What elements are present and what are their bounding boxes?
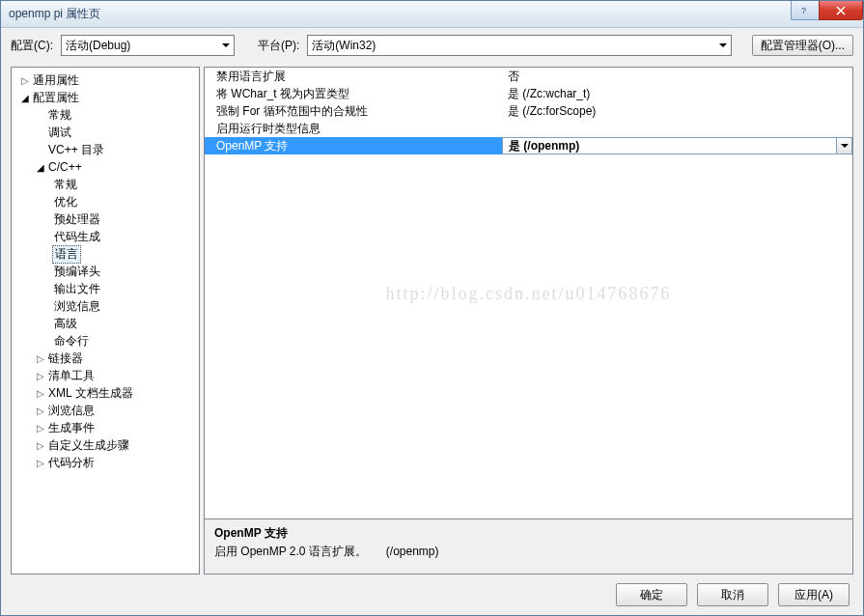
property-value[interactable]: 是 (/Zc:forScope) [502, 103, 852, 120]
tree-item-ccpp-cmdline[interactable]: 命令行 [14, 332, 197, 350]
tree-item-ccpp-browse[interactable]: 浏览信息 [14, 297, 197, 315]
body: ▷通用属性 ◢配置属性 常规 调试 VC++ 目录 ◢C/C++ 常规 优化 预… [1, 63, 863, 574]
tree-item-browseinfo[interactable]: ▷浏览信息 [14, 402, 197, 419]
tree-item-ccpp-outfiles[interactable]: 输出文件 [14, 280, 197, 297]
help-icon: ? [800, 6, 810, 15]
config-manager-button[interactable]: 配置管理器(O)... [752, 35, 853, 56]
property-name: 强制 For 循环范围中的合规性 [205, 103, 502, 120]
svg-text:?: ? [801, 6, 806, 15]
tree-item-cfg-debug[interactable]: 调试 [14, 124, 197, 141]
property-row[interactable]: 将 WChar_t 视为内置类型 是 (/Zc:wchar_t) [205, 85, 852, 102]
tree-item-ccpp-language[interactable]: 语言 [14, 245, 197, 263]
property-page-window: openmp pi 属性页 ? 配置(C): 活动(Debug) 平台(P): … [0, 0, 864, 616]
tree-item-cfg-vcdirs[interactable]: VC++ 目录 [14, 141, 197, 158]
category-tree[interactable]: ▷通用属性 ◢配置属性 常规 调试 VC++ 目录 ◢C/C++ 常规 优化 预… [11, 67, 200, 574]
platform-label: 平台(P): [258, 38, 299, 54]
close-button[interactable] [819, 1, 863, 20]
property-name: 启用运行时类型信息 [205, 121, 502, 137]
ok-button[interactable]: 确定 [616, 583, 687, 606]
tree-item-ccpp-general[interactable]: 常规 [14, 176, 197, 193]
property-name: OpenMP 支持 [205, 138, 502, 154]
window-controls: ? [792, 1, 863, 20]
tree-item-cfg-general[interactable]: 常规 [14, 106, 197, 124]
tree-item-buildevents[interactable]: ▷生成事件 [14, 419, 197, 436]
property-name: 禁用语言扩展 [205, 69, 502, 85]
tree-item-ccpp-advanced[interactable]: 高级 [14, 315, 197, 332]
watermark: http://blog.csdn.net/u014768676 [205, 283, 852, 303]
description-text: 启用 OpenMP 2.0 语言扩展。 (/openmp) [214, 544, 843, 560]
config-value: 活动(Debug) [66, 38, 130, 54]
property-value[interactable]: 否 [502, 69, 852, 85]
dialog-buttons: 确定 取消 应用(A) [1, 574, 863, 615]
property-value[interactable]: 是 (/Zc:wchar_t) [502, 86, 852, 102]
tree-item-codeanalysis[interactable]: ▷代码分析 [14, 454, 197, 471]
property-name: 将 WChar_t 视为内置类型 [205, 86, 502, 102]
window-title: openmp pi 属性页 [9, 6, 100, 22]
tree-item-linker[interactable]: ▷链接器 [14, 350, 197, 367]
chevron-down-icon[interactable] [836, 138, 851, 154]
config-label: 配置(C): [11, 38, 53, 54]
tree-item-custombuild[interactable]: ▷自定义生成步骤 [14, 436, 197, 454]
tree-item-xmldoc[interactable]: ▷XML 文档生成器 [14, 384, 197, 402]
toolbar: 配置(C): 活动(Debug) 平台(P): 活动(Win32) 配置管理器(… [1, 28, 863, 63]
tree-item-ccpp-preproc[interactable]: 预处理器 [14, 210, 197, 228]
description-pane: OpenMP 支持 启用 OpenMP 2.0 语言扩展。 (/openmp) [204, 518, 853, 574]
close-icon [836, 6, 846, 15]
tree-item-cfg-ccpp[interactable]: ◢C/C++ [14, 158, 197, 176]
tree-item-general-props[interactable]: ▷通用属性 [14, 71, 197, 89]
chevron-down-icon [719, 43, 727, 47]
platform-combo[interactable]: 活动(Win32) [307, 35, 732, 56]
config-combo[interactable]: 活动(Debug) [61, 35, 235, 56]
titlebar: openmp pi 属性页 ? [1, 1, 863, 28]
property-row[interactable]: 强制 For 循环范围中的合规性 是 (/Zc:forScope) [205, 102, 852, 120]
description-title: OpenMP 支持 [214, 525, 843, 542]
tree-item-config-props[interactable]: ◢配置属性 [14, 89, 197, 106]
property-grid[interactable]: 禁用语言扩展 否 将 WChar_t 视为内置类型 是 (/Zc:wchar_t… [204, 67, 853, 519]
help-button[interactable]: ? [791, 1, 820, 20]
tree-item-ccpp-codegen[interactable]: 代码生成 [14, 228, 197, 245]
apply-button[interactable]: 应用(A) [778, 583, 850, 606]
property-row[interactable]: 启用运行时类型信息 [205, 120, 852, 137]
property-row[interactable]: 禁用语言扩展 否 [205, 68, 852, 85]
right-pane: 禁用语言扩展 否 将 WChar_t 视为内置类型 是 (/Zc:wchar_t… [204, 67, 853, 574]
cancel-button[interactable]: 取消 [697, 583, 768, 606]
property-value-combo[interactable]: 是 (/openmp) [502, 137, 852, 154]
property-row-selected[interactable]: OpenMP 支持 是 (/openmp) [205, 137, 852, 154]
platform-value: 活动(Win32) [312, 38, 376, 54]
tree-item-ccpp-pch[interactable]: 预编译头 [14, 263, 197, 280]
chevron-down-icon [222, 43, 230, 47]
tree-item-ccpp-optimize[interactable]: 优化 [14, 193, 197, 210]
tree-item-manifest[interactable]: ▷清单工具 [14, 367, 197, 384]
